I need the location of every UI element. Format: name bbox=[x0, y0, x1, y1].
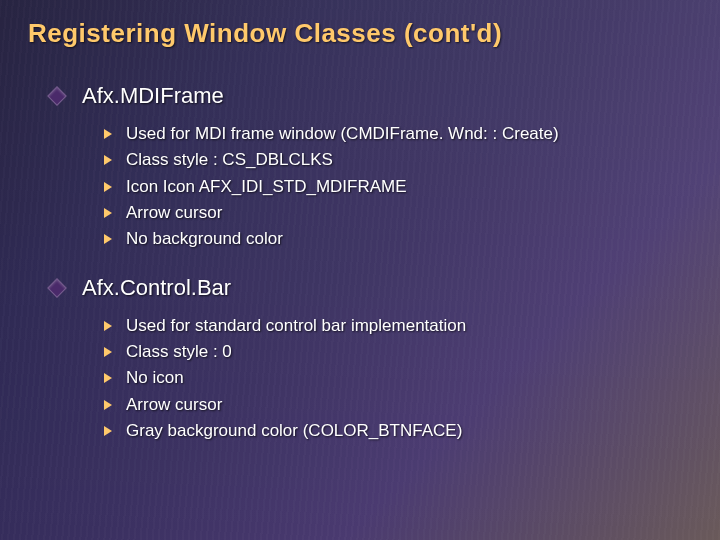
item-text: Class style : 0 bbox=[126, 339, 232, 365]
item-list: Used for standard control bar implementa… bbox=[104, 313, 692, 445]
list-item: Class style : 0 bbox=[104, 339, 692, 365]
section-controlbar: Afx.Control.Bar Used for standard contro… bbox=[50, 275, 692, 445]
list-item: Used for standard control bar implementa… bbox=[104, 313, 692, 339]
section-row: Afx.MDIFrame bbox=[50, 83, 692, 109]
triangle-bullet-icon bbox=[104, 234, 112, 244]
triangle-bullet-icon bbox=[104, 155, 112, 165]
item-text: Class style : CS_DBLCLKS bbox=[126, 147, 333, 173]
triangle-bullet-icon bbox=[104, 373, 112, 383]
item-text: Arrow cursor bbox=[126, 392, 222, 418]
item-text: Icon Icon AFX_IDI_STD_MDIFRAME bbox=[126, 174, 407, 200]
diamond-bullet-icon bbox=[47, 86, 67, 106]
list-item: Arrow cursor bbox=[104, 200, 692, 226]
section-row: Afx.Control.Bar bbox=[50, 275, 692, 301]
list-item: Class style : CS_DBLCLKS bbox=[104, 147, 692, 173]
item-list: Used for MDI frame window (CMDIFrame. Wn… bbox=[104, 121, 692, 253]
item-text: Gray background color (COLOR_BTNFACE) bbox=[126, 418, 462, 444]
triangle-bullet-icon bbox=[104, 129, 112, 139]
item-text: No background color bbox=[126, 226, 283, 252]
list-item: No icon bbox=[104, 365, 692, 391]
list-item: Used for MDI frame window (CMDIFrame. Wn… bbox=[104, 121, 692, 147]
triangle-bullet-icon bbox=[104, 182, 112, 192]
page-title: Registering Window Classes (cont'd) bbox=[28, 18, 692, 49]
item-text: Arrow cursor bbox=[126, 200, 222, 226]
section-mdiframe: Afx.MDIFrame Used for MDI frame window (… bbox=[50, 83, 692, 253]
section-heading: Afx.MDIFrame bbox=[82, 83, 224, 109]
triangle-bullet-icon bbox=[104, 347, 112, 357]
triangle-bullet-icon bbox=[104, 400, 112, 410]
item-text: Used for standard control bar implementa… bbox=[126, 313, 466, 339]
diamond-bullet-icon bbox=[47, 278, 67, 298]
list-item: Icon Icon AFX_IDI_STD_MDIFRAME bbox=[104, 174, 692, 200]
list-item: No background color bbox=[104, 226, 692, 252]
triangle-bullet-icon bbox=[104, 426, 112, 436]
item-text: Used for MDI frame window (CMDIFrame. Wn… bbox=[126, 121, 559, 147]
list-item: Gray background color (COLOR_BTNFACE) bbox=[104, 418, 692, 444]
triangle-bullet-icon bbox=[104, 321, 112, 331]
slide: Registering Window Classes (cont'd) Afx.… bbox=[0, 0, 720, 540]
list-item: Arrow cursor bbox=[104, 392, 692, 418]
triangle-bullet-icon bbox=[104, 208, 112, 218]
section-heading: Afx.Control.Bar bbox=[82, 275, 231, 301]
item-text: No icon bbox=[126, 365, 184, 391]
